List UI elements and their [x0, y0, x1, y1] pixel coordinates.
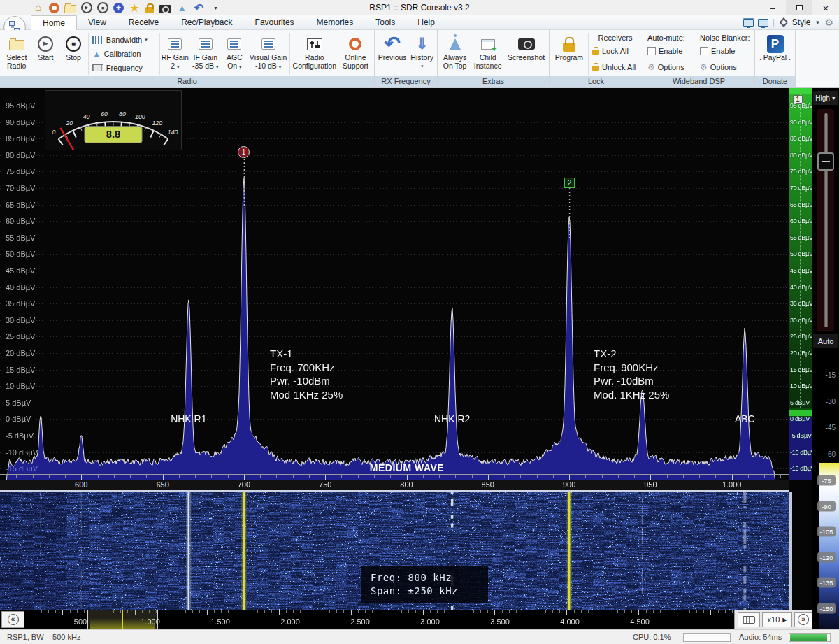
history-button[interactable]: ⇓ History▾	[408, 31, 436, 76]
signal-level-bar[interactable]: 1 95 dBµV90 dBµV85 dBµV80 dBµV75 dBµV70 …	[789, 88, 812, 480]
y-axis-label: 55 dBµV	[6, 234, 35, 242]
restore-icon	[796, 5, 803, 10]
paypal-donate-button[interactable]: P . PayPal .	[756, 31, 794, 76]
tab-home[interactable]: Home	[31, 15, 77, 30]
right-control-column: High▼ Auto -15-30-45-60-75-90-105-120-13…	[812, 88, 839, 629]
calibration-button[interactable]: ▲Calibration	[92, 47, 156, 61]
start-button[interactable]: ▶ Start	[31, 31, 59, 76]
close-button[interactable]: ×	[812, 0, 839, 15]
radio-configuration-button[interactable]: RadioConfiguration	[291, 31, 338, 76]
band-navigator[interactable]: « 5001.0001.5002.0002.5003.0003.5004.000…	[0, 610, 812, 629]
unlock-all-icon	[592, 66, 599, 71]
select-radio-icon	[9, 40, 24, 50]
slider-handle[interactable]	[817, 152, 834, 171]
monitor-1-icon[interactable]	[743, 19, 754, 27]
select-radio-button[interactable]: SelectRadio	[1, 31, 31, 76]
svg-text:80: 80	[119, 110, 126, 117]
automute-enable-checkbox[interactable]: Enable	[647, 44, 692, 58]
tab-rec-playback[interactable]: Rec/Playback	[170, 15, 243, 30]
palette-scale-label: -15	[826, 371, 836, 379]
radio-configuration-icon	[307, 38, 322, 50]
settings-gear-icon[interactable]: ⚙	[824, 17, 833, 28]
y-axis-label: 90 dBµV	[6, 118, 35, 127]
svg-text:140: 140	[168, 129, 178, 136]
unlock-all-button[interactable]: Unlock All	[592, 60, 638, 74]
palette-scale-label: -45	[826, 424, 836, 431]
screenshot-button[interactable]: Screenshot	[505, 31, 547, 76]
freq-tick-label: 600	[75, 480, 87, 489]
program-lock-button[interactable]: Program	[551, 31, 587, 76]
calibration-icon: ▲	[92, 49, 101, 59]
level-bar-label: 15 dBµV	[790, 366, 813, 373]
tab-favourites[interactable]: Favourites	[244, 15, 306, 30]
y-axis-label: -10 dBµV	[6, 448, 38, 457]
y-axis-label: 80 dBµV	[6, 151, 35, 159]
ribbon-tab-bar: HomeViewReceiveRec/PlaybackFavouritesMem…	[0, 15, 839, 30]
y-axis-label: 60 dBµV	[6, 217, 35, 225]
freq-tick-label: 900	[563, 480, 575, 489]
frequency-icon	[92, 64, 103, 71]
level-bar-label: 0 dBµV	[790, 415, 810, 422]
bandwidth-button[interactable]: Bandwidth▾	[92, 33, 156, 47]
band-navigator-scale[interactable]	[0, 610, 812, 629]
y-axis-label: -5 dBµV	[6, 431, 34, 440]
y-axis-label: 40 dBµV	[6, 283, 35, 292]
marker-2[interactable]: 2	[564, 178, 575, 188]
double-left-arrow-icon: «	[8, 614, 19, 625]
always-on-top-button[interactable]: AlwaysOn Top	[439, 31, 471, 76]
lock-all-icon	[592, 50, 599, 55]
paypal-icon: P	[767, 35, 784, 53]
previous-button[interactable]: ↶ Previous	[376, 31, 408, 76]
stop-button[interactable]: ■ Stop	[59, 31, 87, 76]
window-title: RSP1 :: SDR Console v3.2	[0, 3, 839, 13]
level-bar-label: 65 dBµV	[790, 201, 813, 208]
automute-options-button[interactable]: ⚙Options	[647, 60, 692, 74]
noise-blanker-header: Noise Blanker:	[700, 34, 750, 42]
level-bar-label: 75 dBµV	[790, 168, 813, 175]
noise-blanker-options-button[interactable]: ⚙Options	[700, 60, 750, 74]
svg-text:40: 40	[83, 113, 90, 120]
tab-tools[interactable]: Tools	[364, 15, 406, 30]
cpu-usage-text: CPU: 0.1%	[633, 633, 671, 641]
checkbox-icon	[647, 47, 656, 55]
rf-gain-button[interactable]: RF Gain2 ▾	[161, 31, 190, 76]
agc-button[interactable]: AGCOn ▾	[221, 31, 248, 76]
frequency-button[interactable]: Frequency	[92, 61, 156, 75]
status-bar: RSP1, BW = 500 kHz CPU: 0.1% Audio: 54ms	[0, 629, 839, 644]
level-bar-label: 5 dBµV	[790, 399, 810, 406]
level-bar-label: 40 dBµV	[790, 284, 813, 291]
tab-view[interactable]: View	[77, 15, 117, 30]
tab-receive[interactable]: Receive	[117, 15, 170, 30]
contrast-high-dropdown[interactable]: High▼	[813, 91, 838, 105]
group-label-extras: Extras	[438, 76, 549, 87]
minimize-button[interactable]: –	[759, 0, 786, 15]
style-menu[interactable]: Style	[792, 17, 811, 27]
auto-button[interactable]: Auto	[813, 334, 838, 348]
zoom-x10-button[interactable]: x10▶	[762, 612, 793, 627]
frequency-axis[interactable]: 6006507007508008509009501.000	[0, 480, 789, 490]
program-lock-icon	[563, 43, 575, 52]
monitor-2-icon[interactable]	[758, 19, 768, 27]
noise-blanker-enable-checkbox[interactable]: Enable	[700, 44, 750, 58]
collapse-ribbon-icon[interactable]	[779, 17, 788, 27]
visual-gain-button[interactable]: Visual Gain-10 dB ▾	[248, 31, 289, 76]
scroll-left-button[interactable]: «	[1, 611, 24, 628]
tab-help[interactable]: Help	[406, 15, 446, 30]
child-instance-button[interactable]: ChildInstance	[471, 31, 505, 76]
level-bar-label: 60 dBµV	[790, 217, 813, 224]
frequency-info-box: Freq: 800 kHz Span: ±250 kHz	[361, 566, 488, 603]
scroll-right-button[interactable]: »	[794, 612, 812, 627]
keyboard-entry-button[interactable]	[738, 612, 760, 627]
online-support-button[interactable]: OnlineSupport	[338, 31, 373, 76]
level-bar-label: 90 dBµV	[790, 119, 813, 126]
lock-all-button[interactable]: Lock All	[592, 44, 638, 58]
rf-gain-icon	[168, 38, 182, 50]
freq-tick-label: 750	[319, 480, 331, 489]
marker-1[interactable]: 1	[238, 146, 250, 158]
style-dropdown-arrow[interactable]: ▼	[815, 20, 821, 26]
if-gain-button[interactable]: IF Gain-35 dB ▾	[189, 31, 221, 76]
palette-scale-label: -60	[826, 450, 836, 457]
restore-button[interactable]	[786, 0, 812, 15]
tab-memories[interactable]: Memories	[306, 15, 365, 30]
contrast-slider[interactable]	[817, 109, 834, 331]
